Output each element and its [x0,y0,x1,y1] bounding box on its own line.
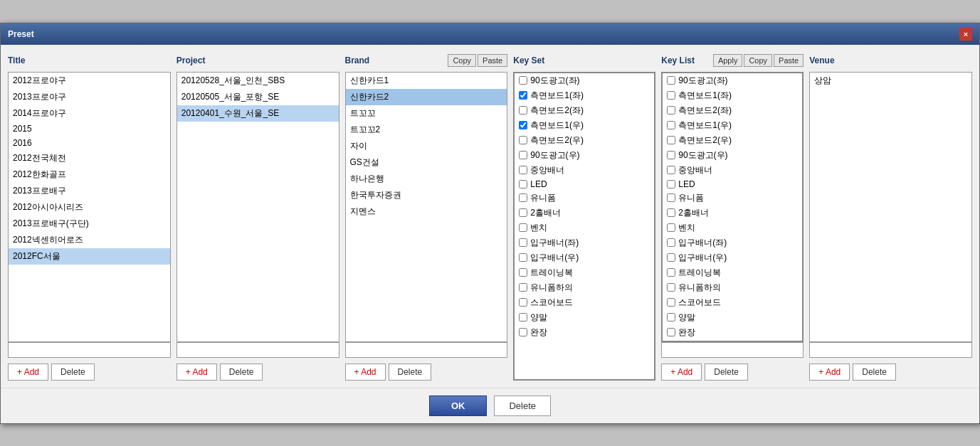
checkbox[interactable] [519,238,527,247]
checkbox[interactable] [519,76,527,85]
checkbox[interactable] [667,223,675,232]
check-item[interactable]: 90도광고(좌) [515,73,654,88]
brand-paste-button[interactable]: Paste [478,54,507,67]
list-item[interactable]: 트꼬꼬2 [346,122,507,138]
check-item[interactable]: 90도광고(좌) [663,73,802,88]
check-item[interactable]: 유니폼 [515,191,654,206]
venue-input[interactable] [809,342,972,358]
checkbox[interactable] [519,180,527,189]
checkbox[interactable] [519,136,527,144]
checkbox[interactable] [519,91,527,100]
check-item[interactable]: 측면보드1(우) [515,118,654,133]
check-item[interactable]: 양말 [515,310,654,325]
list-item[interactable]: 2012전국체전 [9,150,170,166]
list-item[interactable]: 2013프로야구 [9,89,170,105]
check-item[interactable]: 입구배너(좌) [663,235,802,250]
title-list[interactable]: 2012프로야구2013프로야구2014프로야구201520162012전국체전… [8,72,171,342]
checkbox[interactable] [667,91,675,100]
check-item[interactable]: 트레이닝복 [663,265,802,280]
list-item[interactable]: 트꼬꼬 [346,105,507,122]
check-item[interactable]: 입구배너(좌) [515,235,654,250]
checkbox[interactable] [519,121,527,129]
keylist-apply-button[interactable]: Apply [713,54,743,67]
check-item[interactable]: 측면보드2(좌) [663,103,802,118]
list-item[interactable]: 신한카드2 [346,89,507,105]
check-item[interactable]: 2홀배너 [515,206,654,221]
checkbox[interactable] [519,253,527,262]
list-item[interactable]: 상암 [810,73,971,89]
cancel-button[interactable]: Delete [494,395,551,416]
check-item[interactable]: 2홀배너 [663,206,802,221]
list-item[interactable]: 신한카드1 [346,73,507,89]
check-item[interactable]: 입구배너(우) [663,250,802,265]
list-item[interactable]: GS건설 [346,154,507,171]
title-input[interactable] [8,342,171,358]
checkbox[interactable] [519,166,527,174]
list-item[interactable]: 하나은행 [346,171,507,187]
checkbox[interactable] [519,223,527,232]
keylist-add-button[interactable]: + Add [661,363,702,381]
check-item[interactable]: 측면보드2(우) [663,133,802,148]
check-item[interactable]: 측면보드2(좌) [515,103,654,118]
check-item[interactable]: 스코어보드 [663,295,802,310]
checkbox[interactable] [667,106,675,115]
title-add-button[interactable]: + Add [8,363,48,381]
list-item[interactable]: 2015 [9,122,170,136]
list-item[interactable]: 지멘스 [346,203,507,220]
checkbox[interactable] [667,298,675,307]
close-button[interactable]: × [959,28,972,41]
list-item[interactable]: 2012프로야구 [9,73,170,89]
check-item[interactable]: 측면보드2(우) [515,133,654,148]
venue-add-button[interactable]: + Add [809,363,850,381]
list-item[interactable]: 2013프로배구 [9,183,170,199]
list-item[interactable]: 자이 [346,138,507,154]
list-item[interactable]: 2016 [9,136,170,150]
check-item[interactable]: 유니폼하의 [663,280,802,295]
keyset-list[interactable]: 90도광고(좌)측면보드1(좌)측면보드2(좌)측면보드1(우)측면보드2(우)… [513,72,655,381]
checkbox[interactable] [667,193,675,202]
brand-input[interactable] [345,342,508,358]
check-item[interactable]: 유니폼하의 [515,280,654,295]
check-item[interactable]: 측면보드1(우) [663,118,802,133]
list-item[interactable]: 2013프로배구(구단) [9,216,170,232]
checkbox[interactable] [667,313,675,322]
keylist-input[interactable] [661,342,804,358]
checkbox[interactable] [519,328,527,336]
checkbox[interactable] [667,253,675,262]
checkbox[interactable] [667,268,675,277]
checkbox[interactable] [519,313,527,322]
check-item[interactable]: 벤치 [663,221,802,235]
list-item[interactable]: 한국투자증권 [346,187,507,203]
check-item[interactable]: 완장 [663,325,802,340]
checkbox[interactable] [667,328,675,336]
project-list[interactable]: 20120528_서울_인천_SBS20120505_서울_포항_SE20120… [176,72,339,342]
checkbox[interactable] [667,238,675,247]
title-delete-button[interactable]: Delete [51,363,95,381]
checkbox[interactable] [519,151,527,159]
keylist-delete-button[interactable]: Delete [705,363,748,381]
venue-list[interactable]: 상암 [809,72,972,342]
check-item[interactable]: 중앙배너 [515,163,654,178]
check-item[interactable]: 벤치 [515,221,654,235]
keylist-list[interactable]: 90도광고(좌)측면보드1(좌)측면보드2(좌)측면보드1(우)측면보드2(우)… [661,72,804,342]
check-item[interactable]: LED [663,178,802,191]
check-item[interactable]: 스코어보드 [515,295,654,310]
check-item[interactable]: 유니폼 [663,191,802,206]
venue-delete-button[interactable]: Delete [853,363,896,381]
checkbox[interactable] [667,136,675,144]
keylist-paste-button[interactable]: Paste [774,54,804,67]
check-item[interactable]: 입구배너(우) [515,250,654,265]
checkbox[interactable] [667,283,675,292]
check-item[interactable]: 트레이닝복 [515,265,654,280]
list-item[interactable]: 20120505_서울_포항_SE [177,89,339,105]
checkbox[interactable] [667,180,675,189]
check-item[interactable]: 측면보드1(좌) [515,88,654,103]
check-item[interactable]: 완장 [515,325,654,340]
checkbox[interactable] [667,208,675,217]
keylist-copy-button[interactable]: Copy [744,54,772,67]
list-item[interactable]: 2012FC서울 [9,248,170,265]
check-item[interactable]: 90도광고(우) [663,148,802,163]
check-item[interactable]: 측면보드1(좌) [663,88,802,103]
project-input[interactable] [176,342,339,358]
checkbox[interactable] [667,76,675,85]
